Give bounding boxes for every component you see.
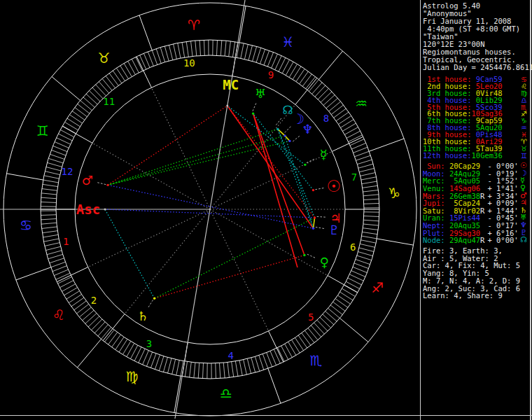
house-row: 12th house:10Gem36♊ xyxy=(423,153,503,160)
stat-line: M: 7, N: 4, A: 2, D: 9 xyxy=(423,277,520,285)
info-panel: Astrolog 5.40"Anonymous"Fri January 11, … xyxy=(420,0,532,420)
pisces-sign-icon: ♓ xyxy=(282,34,295,50)
planet-dot-mercury xyxy=(304,164,306,166)
planet-dot-mars xyxy=(106,184,108,186)
house-cusp-list: 1st house:9Can59♋2nd house:5Leo20♌3rd ho… xyxy=(423,76,503,160)
planet-dot-neptune xyxy=(288,140,290,142)
chart-axes xyxy=(0,0,245,419)
leo-sign-icon: ♌ xyxy=(52,307,65,323)
header-line: Julian Day = 2454476.8611 xyxy=(423,64,532,71)
astrolog-window: AscMC☉☽☿♀♂♃♄♅♆♇☊♈♉♊♋♌♍♎♏♐♑♒♓123456789101… xyxy=(0,0,532,420)
mercury-glyph-icon: ☿ xyxy=(320,147,328,162)
gemini-sign-icon: ♊ xyxy=(36,122,49,139)
planet-row: Venu:14Sag06+ 1°41'♀ xyxy=(423,185,519,192)
planet-dot-jupiter xyxy=(314,216,316,218)
planet-dot-moon xyxy=(284,134,286,136)
house-number-8: 8 xyxy=(323,113,329,124)
sun-glyph-icon: ☉ xyxy=(327,177,342,195)
neptune-glyph-icon: ♆ xyxy=(302,122,313,136)
house-number-12: 12 xyxy=(61,166,73,177)
planet-dot-venus xyxy=(303,254,305,256)
natal-chart-wheel: AscMC☉☽☿♀♂♃♄♅♆♇☊♈♉♊♋♌♍♎♏♐♑♒♓123456789101… xyxy=(0,0,420,420)
house-number-10: 10 xyxy=(183,57,195,69)
planet-icon: ☊ xyxy=(520,237,527,244)
house-number-4: 4 xyxy=(227,350,233,361)
stat-line: Learn: 4, Share: 9 xyxy=(423,292,520,300)
node-glyph-icon: ☊ xyxy=(282,103,293,117)
house-number-9: 9 xyxy=(268,69,274,80)
planet-dot-uranus xyxy=(252,113,254,115)
venus-glyph-icon: ♀ xyxy=(320,255,329,270)
house-number-6: 6 xyxy=(350,241,356,253)
house-number-3: 3 xyxy=(146,338,152,349)
svg-text:Asc: Asc xyxy=(76,202,100,217)
house-number-11: 11 xyxy=(103,96,115,107)
cancer-sign-icon: ♋ xyxy=(20,217,32,234)
house-number-7: 7 xyxy=(351,172,357,183)
element-stats: Fire: 3, Earth: 3,Air : 5, Water: 2Car: … xyxy=(423,247,520,300)
sign-icon: ♊ xyxy=(521,153,527,160)
aspect-lines xyxy=(105,106,315,298)
capricorn-sign-icon: ♑ xyxy=(388,185,400,202)
planet-dot-sun xyxy=(312,189,314,191)
planet-row: Node:29Aqu47R+ 0°00'☊ xyxy=(423,237,519,244)
pluto-glyph-icon: ♇ xyxy=(328,223,340,237)
libra-sign-icon: ♎ xyxy=(220,385,232,402)
uranus-glyph-icon: ♅ xyxy=(255,86,266,101)
chart-header: Astrolog 5.40"Anonymous"Fri January 11, … xyxy=(423,2,532,71)
sagittarius-sign-icon: ♐ xyxy=(371,279,384,296)
scorpio-sign-icon: ♏ xyxy=(310,352,323,369)
svg-text:MC: MC xyxy=(223,77,239,92)
aquarius-sign-icon: ♒ xyxy=(355,95,368,112)
virgo-sign-icon: ♍ xyxy=(126,368,139,385)
planet-markers: ☉☽☿♀♂♃♄♅♆♇☊ xyxy=(82,86,342,323)
planet-position-list: Sun:20Cap29- 0°00'☉Moon:24Aqu29- 0°19'☽M… xyxy=(423,162,519,244)
mars-glyph-icon: ♂ xyxy=(82,173,93,188)
house-number-5: 5 xyxy=(308,312,314,323)
aries-sign-icon: ♈ xyxy=(188,17,200,34)
saturn-glyph-icon: ♄ xyxy=(137,309,148,323)
planet-dot-node xyxy=(276,128,279,130)
planet-dot-saturn xyxy=(153,298,155,300)
taurus-sign-icon: ♉ xyxy=(98,50,111,66)
angle-markers: AscMC xyxy=(76,77,239,217)
house-number-2: 2 xyxy=(91,295,97,306)
planet-dot-pluto xyxy=(312,227,314,230)
house-number-1: 1 xyxy=(63,236,69,247)
